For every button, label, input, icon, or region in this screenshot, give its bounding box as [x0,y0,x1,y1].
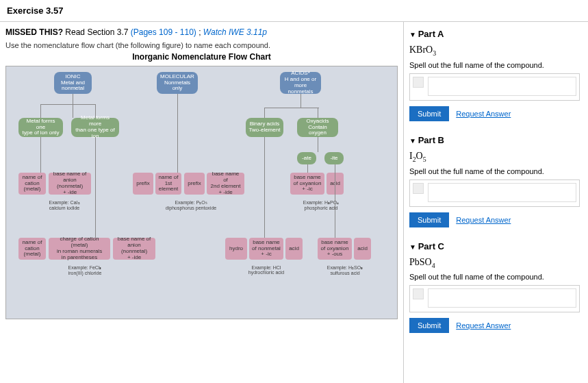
missed-pages[interactable]: (Pages 109 - 110) [131,27,196,37]
missed-sep: ; [199,27,201,37]
part-c-spell: Spell out the full name of the compound. [409,273,580,281]
node-oxy2: base name of oxyanion + -ous [318,238,352,260]
node-prefix1: prefix [133,173,153,195]
node-metal-more: Metal forms more than one type of ion [71,118,119,137]
node-ionic: IONIC Metal and nonmetal [54,72,92,94]
flow-chart: IONIC Metal and nonmetal MOLECULAR Nonme… [5,66,398,319]
node-cation2: name of cation (metal) [18,238,46,260]
part-c-request[interactable]: Request Answer [456,321,511,330]
part-a-submit[interactable]: Submit [409,106,449,121]
node-binary: Binary acids Two-element [246,118,283,137]
node-second: base name of 2nd element + -ide [207,173,244,195]
part-c-label[interactable]: Part C [409,241,580,251]
node-oxyacids: Oxyacids Contain oxygen [297,118,338,137]
instruction: Use the nomenclature flow chart (the fol… [5,41,398,49]
part-b: Part B I2O5 Spell out the full name of t… [409,135,580,227]
missed-line: MISSED THIS? Read Section 3.7 (Pages 109… [5,27,398,37]
node-molecular: MOLECULAR Nonmetals only [157,72,198,94]
node-anion1: base name of anion (nonmetal) + -ide [49,173,91,195]
example-5: Example: HCl hydrochloric acid [239,265,294,275]
example-2: Example: P₂O₅ diphosphorus pentoxide [157,200,225,210]
part-c-input-wrap [409,285,580,312]
node-first: name of 1st element [155,173,181,195]
part-a-request[interactable]: Request Answer [456,110,511,118]
part-a: Part A KBrO3 Spell out the full name of … [409,29,580,121]
example-3: Example: H₃PO₄ phosphoric acid [294,200,348,210]
part-c: Part C PbSO4 Spell out the full name of … [409,241,580,334]
left-panel: MISSED THIS? Read Section 3.7 (Pages 109… [0,22,404,383]
part-a-input-wrap [409,73,580,101]
node-ite: -ite [324,152,344,164]
example-4: Example: FeCl₃ iron(III) chloride [57,265,112,275]
node-anion2: base name of anion (nonmetal) + -ide [113,238,155,260]
node-acids: ACIDS* H and one or more nonmetals [280,72,321,94]
part-b-input[interactable] [428,183,576,202]
part-a-input[interactable] [428,77,576,96]
part-b-label[interactable]: Part B [409,135,580,145]
part-c-formula: PbSO4 [409,257,580,269]
part-b-request[interactable]: Request Answer [456,216,511,224]
exercise-header: Exercise 3.57 [0,0,588,22]
node-ate: -ate [297,152,316,164]
right-panel: Part A KBrO3 Spell out the full name of … [404,22,585,383]
part-b-formula: I2O5 [409,151,580,163]
part-b-input-wrap [409,180,580,207]
missed-prefix: MISSED THIS? [5,27,63,37]
part-a-spell: Spell out the full name of the compound. [409,61,580,69]
node-cation1: name of cation (metal) [18,173,46,195]
node-charge: charge of cation (metal) in roman numera… [49,238,110,260]
node-acid3: acid [354,238,371,260]
example-1: Example: CaI₂ calcium iodide [37,200,92,210]
part-c-input[interactable] [428,288,576,308]
part-a-formula: KBrO3 [409,45,580,57]
node-hydro: hydro [225,238,247,260]
part-b-spell: Spell out the full name of the compound. [409,167,580,175]
node-nonmetal: base name of nonmetal + -ic [249,238,283,260]
missed-watch[interactable]: Watch IWE 3.11p [203,27,267,37]
node-acid2: acid [285,238,303,260]
example-6: Example: H₂SO₃ sulfurous acid [318,265,372,275]
node-metal-one: Metal forms one type of ion only [18,118,63,137]
missed-read: Read Section 3.7 [65,27,128,37]
node-prefix2: prefix [184,173,205,195]
part-b-submit[interactable]: Submit [409,212,449,227]
part-a-label[interactable]: Part A [409,29,580,39]
chart-title: Inorganic Nomenclature Flow Chart [5,52,398,62]
part-c-submit[interactable]: Submit [409,318,449,333]
node-oxy1: base name of oxyanion + -ic [290,173,324,195]
